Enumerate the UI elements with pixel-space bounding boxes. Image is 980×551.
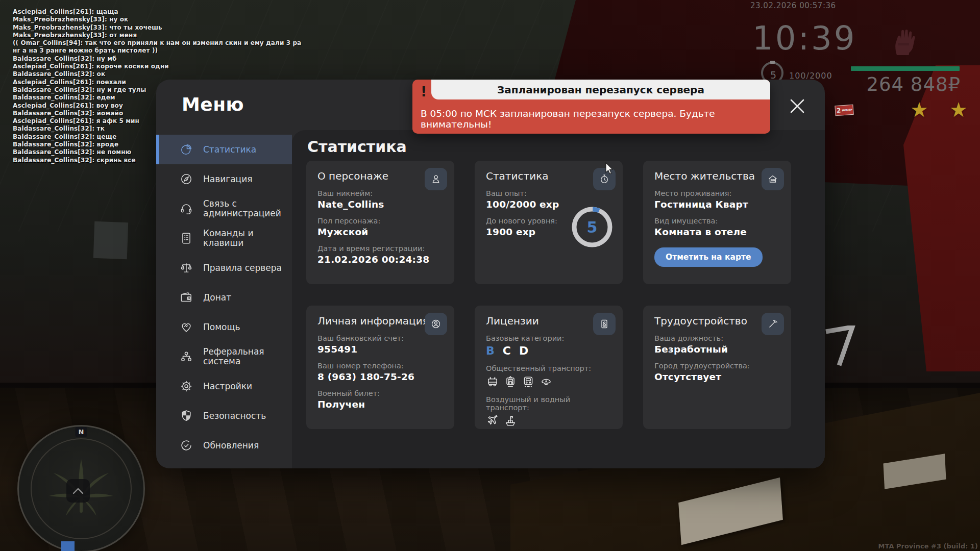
wallet-icon bbox=[180, 291, 193, 304]
server-restart-notification: ! Запланирован перезапуск сервера В 05:0… bbox=[412, 80, 770, 134]
notification-body: В 05:00 по МСК запланирован перезапуск с… bbox=[421, 108, 763, 130]
sidebar-item-admin-contact[interactable]: Связь с администрацией bbox=[156, 194, 292, 223]
ship-icon bbox=[504, 414, 517, 428]
plane-icon bbox=[486, 414, 499, 428]
field-value: Комната в отеле bbox=[654, 227, 780, 237]
sidebar-item-commands[interactable]: Команды и клавиши bbox=[156, 223, 292, 253]
chevron-up-button[interactable] bbox=[66, 479, 90, 503]
sidebar-item-security[interactable]: Безопасность bbox=[156, 401, 292, 431]
field-value: 955491 bbox=[317, 344, 443, 355]
field-label: Ваш никнейм: bbox=[317, 189, 443, 197]
document-icon bbox=[180, 232, 193, 245]
category-c: C bbox=[503, 344, 511, 357]
menu-content: Статистика О персонаже Ваш никнейм: Nate… bbox=[292, 130, 825, 468]
air-water-transport-icons bbox=[486, 414, 611, 428]
game-screen: 2 НОМЕР ★ ★ Asclepiad_Collins[261]: щаща… bbox=[0, 0, 980, 551]
field-label: Город трудоустройства: bbox=[654, 362, 780, 370]
field-label: Вид имущества: bbox=[654, 217, 780, 225]
chat-message: Maks_Preobrazhensky[33]: ну ок bbox=[13, 16, 301, 23]
wall-object bbox=[93, 221, 128, 259]
card-personal-info: Личная информация Ваш банковский счет: 9… bbox=[306, 306, 454, 429]
sidebar-item-label: Настройки bbox=[203, 382, 283, 391]
field-value: 21.02.2026 00:24:38 bbox=[317, 254, 443, 265]
field-value: Гостиница Кварт bbox=[654, 199, 780, 210]
field-value: Мужской bbox=[317, 227, 443, 237]
card-about-character: О персонаже Ваш никнейм: Nate_Collins По… bbox=[306, 161, 454, 284]
person-icon bbox=[425, 168, 447, 190]
sidebar-item-settings[interactable]: Настройки bbox=[156, 371, 292, 401]
sidebar-item-label: Обновления bbox=[203, 441, 283, 450]
menu-sidebar: Статистика Навигация Связь с администрац… bbox=[156, 135, 292, 460]
sidebar-item-donate[interactable]: Донат bbox=[156, 283, 292, 312]
field-label: Военный билет: bbox=[317, 389, 443, 397]
compass-marker bbox=[61, 541, 75, 551]
card-employment: Трудоустройство Ваша должность: Безработ… bbox=[643, 306, 791, 429]
user-circle-icon bbox=[425, 313, 447, 335]
chat-message: (( Omar_Collins[94]: так что его приняли… bbox=[13, 39, 301, 47]
exclamation-icon: ! bbox=[421, 84, 427, 99]
sidebar-item-help[interactable]: Помощь bbox=[156, 312, 292, 342]
chat-message: Asclepiad_Collins[261]: короче косяки од… bbox=[13, 63, 301, 70]
public-transport-icons bbox=[486, 375, 611, 388]
tram-icon bbox=[504, 375, 517, 388]
flag-emblem bbox=[824, 325, 857, 368]
shield-icon bbox=[180, 409, 193, 422]
headset-icon bbox=[180, 202, 193, 215]
chevron-up-icon bbox=[72, 487, 84, 494]
sidebar-item-label: Реферальная система bbox=[203, 347, 283, 366]
mark-on-map-button[interactable]: Отметить на карте bbox=[654, 247, 763, 267]
pickaxe-icon bbox=[762, 313, 784, 335]
sidebar-item-label: Донат bbox=[203, 293, 283, 303]
metro-train-icon bbox=[522, 375, 535, 388]
house-icon bbox=[762, 168, 784, 190]
field-label: Место проживания: bbox=[654, 189, 780, 197]
notification-header: Запланирован перезапуск сервера bbox=[431, 80, 770, 99]
sidebar-item-label: Статистика bbox=[203, 145, 283, 155]
sidebar-item-label: Навигация bbox=[203, 174, 283, 184]
field-value: 8 (963) 180-75-26 bbox=[317, 371, 443, 382]
menu-title: Меню bbox=[182, 94, 244, 115]
field-value: Отсутствует bbox=[654, 371, 780, 382]
chat-message: Asclepiad_Collins[261]: щаща bbox=[13, 8, 301, 16]
trolleybus-icon bbox=[486, 375, 499, 388]
card-statistics: Статистика Ваш опыт: 100/2000 exp До нов… bbox=[475, 161, 623, 284]
sidebar-item-label: Связь с администрацией bbox=[203, 199, 283, 218]
compass-icon bbox=[180, 172, 193, 186]
field-label: Дата и время регистрации: bbox=[317, 244, 443, 253]
flag-star-icon: ★ bbox=[910, 98, 928, 121]
notification-title: Запланирован перезапуск сервера bbox=[497, 84, 704, 96]
field-label: Общественный транспорт: bbox=[486, 364, 611, 372]
room-number-sign: 2 НОМЕР bbox=[835, 105, 853, 116]
sidebar-item-updates[interactable]: Обновления bbox=[156, 431, 292, 460]
sidebar-item-label: Правила сервера bbox=[203, 263, 283, 273]
page-title: Статистика bbox=[307, 138, 407, 156]
sidebar-item-rules[interactable]: Правила сервера bbox=[156, 253, 292, 283]
field-label: Ваш банковский счет: bbox=[317, 334, 443, 342]
sidebar-item-referral[interactable]: Реферальная система bbox=[156, 342, 292, 371]
field-label: Ваш номер телефона: bbox=[317, 362, 443, 370]
category-d: D bbox=[519, 344, 528, 357]
id-card-icon bbox=[593, 313, 616, 335]
chat-message: Maks_Preobrazhensky[33]: что ты хочешь bbox=[13, 24, 301, 32]
close-icon[interactable] bbox=[788, 97, 806, 115]
chat-message: нг а на 3 ранге можно брать пистолет )) bbox=[13, 47, 301, 55]
card-residence: Место жительства Место проживания: Гости… bbox=[643, 161, 791, 284]
card-licenses: Лицензии Базовые категории: B C D bbox=[475, 306, 623, 429]
category-b: B bbox=[486, 344, 495, 357]
field-label: Ваш опыт: bbox=[486, 189, 611, 197]
compass-north-label: N bbox=[76, 427, 87, 437]
chat-message: Baldassare_Collins[32]: ок bbox=[13, 70, 301, 78]
sidebar-item-statistics[interactable]: Статистика bbox=[156, 135, 292, 164]
menu-panel: Меню Статистика Навигация bbox=[156, 80, 825, 468]
network-icon bbox=[180, 350, 193, 363]
field-label: Воздушный и водный транспорт: bbox=[486, 395, 611, 412]
sidebar-item-navigation[interactable]: Навигация bbox=[156, 164, 292, 194]
sidebar-item-label: Команды и клавиши bbox=[203, 229, 283, 248]
compass-widget: N bbox=[17, 425, 145, 551]
scales-icon bbox=[180, 261, 193, 274]
sidebar-item-label: Безопасность bbox=[203, 411, 283, 421]
heart-handshake-icon bbox=[180, 320, 193, 334]
level-number: 5 bbox=[570, 205, 615, 249]
server-watermark: MTA Province #3 (build: 1) bbox=[878, 542, 978, 550]
chat-message: Maks_Preobrazhensky[33]: от меня bbox=[13, 32, 301, 39]
